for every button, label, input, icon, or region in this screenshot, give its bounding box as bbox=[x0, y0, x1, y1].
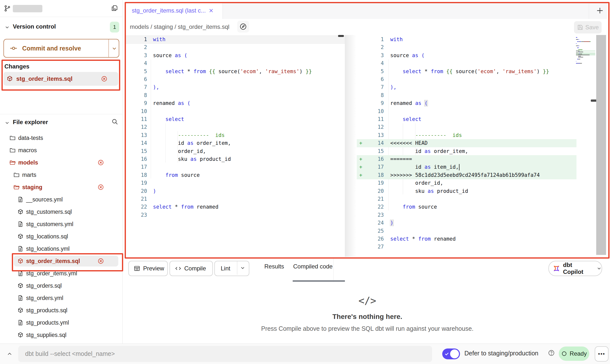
changed-file-row[interactable]: stg_order_items.sql bbox=[3, 72, 118, 86]
code-line[interactable]: 25 bbox=[357, 227, 576, 235]
code-line[interactable]: 9renamed as ( bbox=[357, 99, 576, 107]
code-line[interactable]: 8 bbox=[357, 91, 576, 99]
chevron-up-icon[interactable] bbox=[6, 351, 13, 357]
code-line[interactable]: 5 select * from {{ source('ecom', 'raw_i… bbox=[357, 67, 576, 76]
file-item-stg-locations-yml[interactable]: stg_locations.yml bbox=[0, 243, 122, 254]
code-line[interactable]: 3source as ( bbox=[126, 51, 345, 60]
code-line[interactable]: 27 bbox=[357, 243, 576, 251]
code-line[interactable]: 10 bbox=[126, 107, 345, 116]
code-line[interactable]: 6 bbox=[126, 75, 345, 83]
code-line[interactable]: 22select * from renamed bbox=[126, 203, 345, 211]
code-line[interactable]: 19 order_id, bbox=[357, 179, 576, 187]
file-item-stg-customers-sql[interactable]: stg_customers.sql bbox=[0, 206, 122, 217]
code-line[interactable]: 21 bbox=[126, 195, 345, 203]
code-line[interactable]: 2 bbox=[126, 43, 345, 51]
code-line[interactable]: 7), bbox=[357, 83, 576, 91]
tab-stg-order-items[interactable]: stg_order_items.sql (last c... bbox=[126, 2, 223, 19]
close-icon[interactable] bbox=[208, 8, 214, 14]
tab-results[interactable]: Results bbox=[264, 263, 284, 270]
lint-button[interactable]: Lint bbox=[214, 261, 249, 276]
file-item-label: stg_orders.yml bbox=[26, 295, 63, 301]
file-item-stg-orders-sql[interactable]: stg_orders.sql bbox=[0, 280, 122, 291]
line-number: 5 bbox=[357, 67, 384, 75]
code-line[interactable]: 26select * from renamed bbox=[357, 235, 576, 243]
code-line[interactable]: 19 bbox=[126, 179, 345, 187]
file-item-stg-orders-yml[interactable]: stg_orders.yml bbox=[0, 293, 122, 303]
code-line[interactable]: 4 bbox=[357, 59, 576, 67]
tab-compiled-code[interactable]: Compiled code bbox=[293, 263, 333, 270]
code-line[interactable]: 18 from source bbox=[126, 171, 345, 179]
code-line[interactable]: 11 select bbox=[357, 115, 576, 123]
commit-and-resolve-button[interactable]: Commit and resolve bbox=[3, 39, 119, 58]
code-line[interactable]: +17 id as item_id, bbox=[357, 163, 576, 171]
code-line[interactable]: 8 bbox=[126, 91, 345, 99]
file-item-models[interactable]: models bbox=[0, 157, 122, 168]
file-item-data-tests[interactable]: data-tests bbox=[0, 132, 122, 143]
dbt-copilot-button[interactable]: dbt Copilot bbox=[548, 261, 602, 276]
code-line[interactable]: 11 select bbox=[126, 115, 345, 123]
code-line[interactable]: 24) bbox=[357, 219, 576, 227]
code-line[interactable]: 20) bbox=[126, 187, 345, 195]
code-line[interactable]: 12 bbox=[126, 123, 345, 131]
minimap[interactable] bbox=[576, 37, 595, 66]
code-line[interactable]: 4 bbox=[126, 59, 345, 67]
preview-button[interactable]: Preview bbox=[128, 261, 168, 276]
file-item-stg-order-items-sql[interactable]: stg_order_items.sql bbox=[0, 256, 122, 266]
file-item-stg-products-yml[interactable]: stg_products.yml bbox=[0, 317, 122, 328]
connection-status-badge[interactable]: Ready bbox=[559, 347, 589, 361]
code-line[interactable]: 17 bbox=[126, 163, 345, 171]
copy-docs-icon[interactable] bbox=[111, 4, 118, 12]
file-item-stg-customers-yml[interactable]: stg_customers.yml bbox=[0, 219, 122, 230]
new-tab-plus-icon[interactable] bbox=[596, 6, 604, 15]
code-line[interactable]: 16 sku as product_id bbox=[126, 155, 345, 163]
code-line[interactable]: 3source as ( bbox=[357, 51, 576, 60]
left-pane-scrollbar-thumb[interactable] bbox=[338, 35, 344, 37]
line-number: 19 bbox=[126, 179, 147, 187]
right-pane-scrollbar-thumb[interactable] bbox=[591, 99, 597, 102]
code-line[interactable]: 5 select * from {{ source('ecom', 'raw_i… bbox=[126, 67, 345, 76]
help-icon[interactable] bbox=[548, 349, 555, 356]
save-button[interactable]: Save bbox=[574, 21, 602, 33]
code-line[interactable]: 9renamed as ( bbox=[126, 99, 345, 107]
compile-button[interactable]: Compile bbox=[169, 261, 213, 276]
code-line[interactable]: +16======= bbox=[357, 155, 576, 163]
file-item-staging[interactable]: staging bbox=[0, 182, 122, 193]
editor-pane-original[interactable]: 1with23source as (45 select * from {{ so… bbox=[126, 35, 345, 257]
code-line[interactable]: +18>>>>>>> 58c1dd23d5eebd9cd2495fa7124ab… bbox=[357, 171, 576, 179]
code-line[interactable]: 6 bbox=[357, 75, 576, 83]
more-options-button[interactable]: ••• bbox=[595, 346, 609, 362]
file-item--sources-yml[interactable]: __sources.yml bbox=[0, 194, 122, 205]
code-line[interactable]: 13 ---------- ids bbox=[126, 131, 345, 139]
file-item-stg-products-sql[interactable]: stg_products.sql bbox=[0, 305, 122, 316]
editor-scrollbar-track[interactable] bbox=[596, 35, 606, 255]
file-item-marts[interactable]: marts bbox=[0, 169, 122, 180]
code-line[interactable]: 1with bbox=[357, 35, 576, 44]
code-line[interactable]: 7), bbox=[126, 83, 345, 91]
chevron-down-icon[interactable] bbox=[4, 25, 10, 30]
command-input[interactable]: dbt build --select <model_name> bbox=[18, 346, 432, 362]
editor-pane-conflicted[interactable]: 1with23source as (45 select * from {{ so… bbox=[357, 35, 576, 257]
file-item-stg-locations-sql[interactable]: stg_locations.sql bbox=[0, 231, 122, 242]
code-line[interactable]: 1with bbox=[126, 35, 345, 44]
search-icon[interactable] bbox=[111, 118, 118, 125]
code-line[interactable]: 13 ---------- ids bbox=[357, 131, 576, 139]
defer-toggle[interactable] bbox=[442, 348, 460, 359]
commit-dropdown-caret-icon[interactable] bbox=[111, 46, 117, 51]
code-line[interactable]: +14<<<<<<< HEAD bbox=[357, 139, 576, 147]
code-line[interactable]: 23 bbox=[126, 211, 345, 219]
code-line[interactable]: 20 sku as product_id bbox=[357, 187, 576, 195]
code-line[interactable]: 21 bbox=[357, 195, 576, 203]
code-line[interactable]: 22 from source bbox=[357, 203, 576, 211]
code-line[interactable]: 14 id as order_item, bbox=[126, 139, 345, 147]
file-item-stg-supplies-sql[interactable]: stg_supplies.sql bbox=[0, 330, 122, 340]
file-item-macros[interactable]: macros bbox=[0, 145, 122, 156]
chevron-down-icon[interactable] bbox=[4, 120, 10, 126]
code-line[interactable]: 15 order_id, bbox=[126, 147, 345, 155]
code-line[interactable]: 15 id as order_item, bbox=[357, 147, 576, 155]
code-line[interactable]: 12 bbox=[357, 123, 576, 131]
code-line[interactable]: 10 bbox=[357, 107, 576, 116]
lineage-compass-button[interactable] bbox=[237, 21, 249, 33]
code-line[interactable]: 23 bbox=[357, 211, 576, 219]
code-line[interactable]: 2 bbox=[357, 43, 576, 51]
file-item-stg-order-items-yml[interactable]: stg_order_items.yml bbox=[0, 268, 122, 279]
